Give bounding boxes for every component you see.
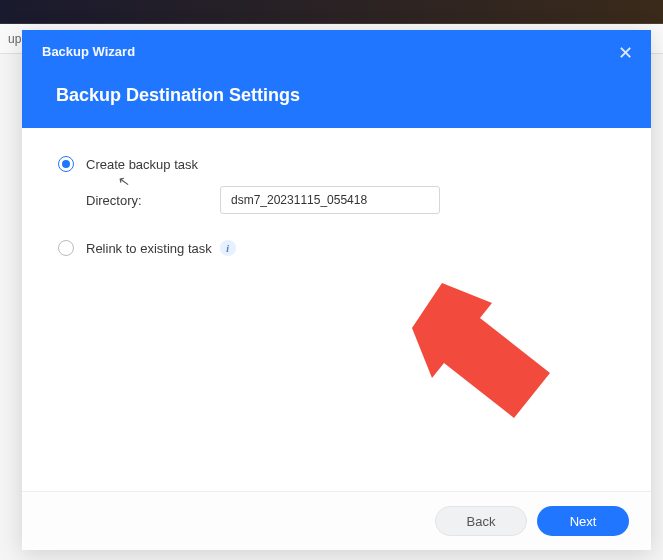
radio-create-backup-task[interactable]: Create backup task: [58, 156, 615, 172]
backup-wizard-modal: Backup Wizard Backup Destination Setting…: [22, 30, 651, 550]
modal-header: Backup Wizard Backup Destination Setting…: [22, 30, 651, 128]
directory-label: Directory:: [86, 193, 220, 208]
modal-title: Backup Wizard: [42, 44, 631, 59]
back-button[interactable]: Back: [435, 506, 527, 536]
directory-input[interactable]: [220, 186, 440, 214]
radio-relink-label: Relink to existing task: [86, 241, 212, 256]
next-button[interactable]: Next: [537, 506, 629, 536]
radio-icon: [58, 240, 74, 256]
svg-marker-0: [412, 283, 550, 418]
radio-dot-icon: [62, 160, 70, 168]
modal-subtitle: Backup Destination Settings: [42, 85, 631, 106]
radio-create-label: Create backup task: [86, 157, 198, 172]
annotation-arrow-icon: [402, 273, 582, 443]
modal-body: Create backup task ↖ Directory: Relink t…: [22, 128, 651, 491]
modal-footer: Back Next: [22, 491, 651, 550]
directory-row: Directory:: [58, 186, 615, 214]
radio-relink-task[interactable]: Relink to existing task i: [58, 240, 615, 256]
radio-icon: [58, 156, 74, 172]
window-top-bar: [0, 0, 663, 24]
info-icon[interactable]: i: [220, 240, 236, 256]
close-icon[interactable]: ✕: [618, 42, 633, 64]
